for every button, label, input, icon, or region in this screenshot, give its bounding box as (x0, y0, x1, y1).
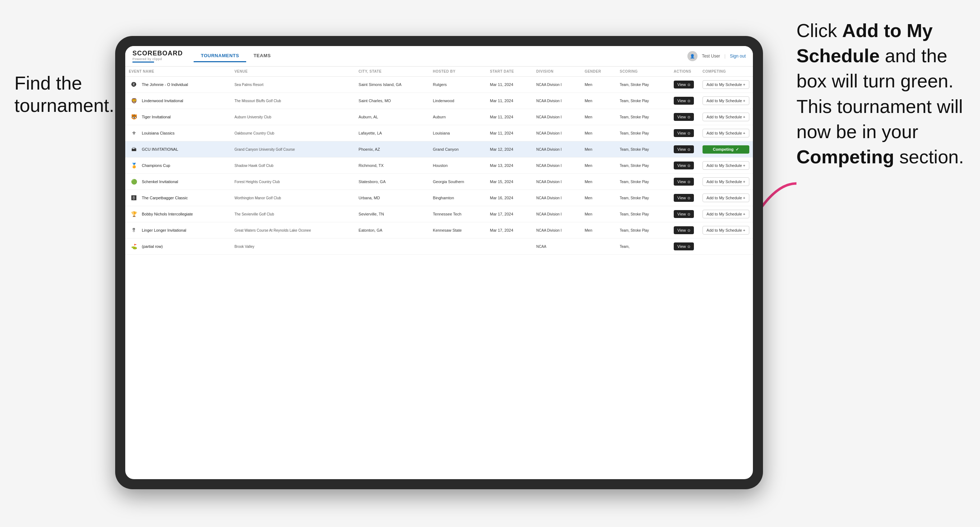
competing-button[interactable]: Competing ✓ (703, 145, 749, 154)
division-cell: NCAA (533, 238, 581, 255)
venue-cell: Oakbourne Country Club (231, 125, 355, 141)
annotation-right: Click Add to My Schedule and the box wil… (797, 18, 969, 170)
date-cell: Mar 16, 2024 (486, 190, 533, 206)
user-avatar: 👤 (687, 51, 697, 61)
table-row: 🦁Lindenwood InvitationalThe Missouri Blu… (125, 93, 753, 109)
event-name-cell-2: 🐯Tiger Invitational (125, 109, 231, 125)
logo-bar (132, 62, 154, 63)
event-name-text: (partial row) (142, 244, 163, 249)
hosted-cell: Louisiana (430, 125, 486, 141)
event-name-text: Lindenwood Invitational (142, 98, 183, 103)
event-name-cell-4: 🏔GCU INVITATIONAL (125, 141, 231, 157)
add-to-schedule-button[interactable]: Add to My Schedule + (703, 226, 749, 235)
scoring-cell: Team, Stroke Play (616, 109, 670, 125)
scoring-cell: Team, Stroke Play (616, 93, 670, 109)
actions-cell: View ⊙ (670, 206, 699, 222)
view-button[interactable]: View ⊙ (674, 81, 694, 89)
competing-cell: Add to My Schedule + (699, 222, 753, 238)
competing-cell: Add to My Schedule + (699, 157, 753, 174)
hosted-cell: Auburn (430, 109, 486, 125)
table-row: 🏔GCU INVITATIONALGrand Canyon University… (125, 141, 753, 157)
hosted-cell: Kennesaw State (430, 222, 486, 238)
annotation-left-text: Find the tournament. (14, 73, 115, 116)
division-cell: NCAA Division I (533, 174, 581, 190)
date-cell: Mar 15, 2024 (486, 174, 533, 190)
competing-cell: Add to My Schedule + (699, 109, 753, 125)
scoring-cell: Team, Stroke Play (616, 222, 670, 238)
team-logo: 🦁 (129, 96, 139, 106)
add-to-schedule-button[interactable]: Add to My Schedule + (703, 177, 749, 186)
col-gender: GENDER (581, 67, 616, 77)
view-button[interactable]: View ⊙ (674, 145, 694, 153)
view-button[interactable]: View ⊙ (674, 162, 694, 170)
view-button[interactable]: View ⊙ (674, 97, 694, 105)
add-to-schedule-button[interactable]: Add to My Schedule + (703, 194, 749, 202)
add-to-schedule-button[interactable]: Add to My Schedule + (703, 161, 749, 170)
add-to-schedule-button[interactable]: Add to My Schedule + (703, 129, 749, 137)
logo-area: SCOREBOARD Powered by clippd (132, 50, 183, 63)
view-button[interactable]: View ⊙ (674, 226, 694, 234)
team-logo: 🏔 (129, 144, 139, 154)
sign-out-link[interactable]: Sign out (730, 54, 746, 59)
event-name-cell-3: ⚜Louisiana Classics (125, 125, 231, 141)
table-row: 🐯Tiger InvitationalAuburn University Clu… (125, 109, 753, 125)
add-to-schedule-button[interactable]: Add to My Schedule + (703, 97, 749, 105)
city-cell: Eatonton, GA (355, 222, 430, 238)
division-cell: NCAA Division I (533, 141, 581, 157)
actions-cell: View ⊙ (670, 77, 699, 93)
event-name-cell-1: 🦁Lindenwood Invitational (125, 93, 231, 109)
app-header: SCOREBOARD Powered by clippd TOURNAMENTS… (125, 46, 753, 67)
view-button[interactable]: View ⊙ (674, 113, 694, 121)
table-container: EVENT NAME VENUE CITY, STATE HOSTED BY S… (125, 67, 753, 479)
competing-cell: Add to My Schedule + (699, 190, 753, 206)
table-row: 🟢Schenkel InvitationalForest Heights Cou… (125, 174, 753, 190)
competing-cell: Add to My Schedule + (699, 206, 753, 222)
event-name-text: The Carpetbagger Classic (142, 196, 188, 200)
event-name-cell-9: 🎖Linger Longer Invitational (125, 222, 231, 238)
event-name-cell-7: 🅱The Carpetbagger Classic (125, 190, 231, 206)
event-name-cell-5: 🏅Champions Cup (125, 157, 231, 174)
table-body: 🅡The Johnnie - O IndividualSea Palms Res… (125, 77, 753, 255)
city-cell: Urbana, MD (355, 190, 430, 206)
annotation-left: Find the tournament. (14, 72, 130, 117)
venue-cell: Brook Valley (231, 238, 355, 255)
hosted-cell: Lindenwood (430, 93, 486, 109)
venue-cell: Worthington Manor Golf Club (231, 190, 355, 206)
scoring-cell: Team, Stroke Play (616, 141, 670, 157)
actions-cell: View ⊙ (670, 93, 699, 109)
competing-cell (699, 238, 753, 255)
table-row: 🏆Bobby Nichols IntercollegiateThe Sevier… (125, 206, 753, 222)
team-logo: 🎖 (129, 225, 139, 235)
tab-teams[interactable]: TEAMS (246, 50, 278, 62)
venue-cell: The Missouri Bluffs Golf Club (231, 93, 355, 109)
view-button[interactable]: View ⊙ (674, 210, 694, 218)
view-button[interactable]: View ⊙ (674, 129, 694, 137)
view-button[interactable]: View ⊙ (674, 194, 694, 202)
division-cell: NCAA Division I (533, 157, 581, 174)
actions-cell: View ⊙ (670, 141, 699, 157)
competing-cell: Add to My Schedule + (699, 77, 753, 93)
table-row: ⚜Louisiana ClassicsOakbourne Country Clu… (125, 125, 753, 141)
col-competing: COMPETING (699, 67, 753, 77)
date-cell: Mar 13, 2024 (486, 157, 533, 174)
logo-text: SCOREBOARD (132, 50, 183, 57)
add-to-schedule-button[interactable]: Add to My Schedule + (703, 210, 749, 218)
user-name: Test User (702, 54, 720, 59)
venue-cell: Auburn University Club (231, 109, 355, 125)
add-to-schedule-button[interactable]: Add to My Schedule + (703, 113, 749, 121)
tab-tournaments[interactable]: TOURNAMENTS (194, 50, 246, 62)
venue-cell: The Sevierville Golf Club (231, 206, 355, 222)
view-button[interactable]: View ⊙ (674, 178, 694, 186)
view-button[interactable]: View ⊙ (674, 243, 694, 250)
date-cell: Mar 11, 2024 (486, 77, 533, 93)
venue-cell: Forest Heights Country Club (231, 174, 355, 190)
team-logo: 🟢 (129, 177, 139, 187)
division-cell: NCAA Division I (533, 206, 581, 222)
gender-cell: Men (581, 125, 616, 141)
city-cell: Phoenix, AZ (355, 141, 430, 157)
add-to-schedule-button[interactable]: Add to My Schedule + (703, 80, 749, 89)
team-logo: 🅱 (129, 193, 139, 203)
event-name-cell-0: 🅡The Johnnie - O Individual (125, 77, 231, 93)
division-cell: NCAA Division I (533, 125, 581, 141)
logo-sub: Powered by clippd (132, 57, 183, 61)
